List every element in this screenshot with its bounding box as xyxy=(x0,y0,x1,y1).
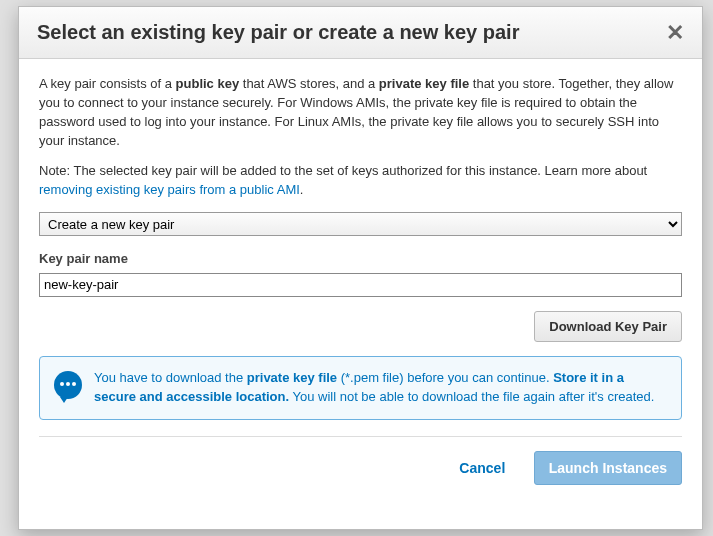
description-text: A key pair consists of a public key that… xyxy=(39,75,682,150)
key-pair-modal: Select an existing key pair or create a … xyxy=(18,6,703,530)
download-keypair-button[interactable]: Download Key Pair xyxy=(534,311,682,342)
desc-bold: private key file xyxy=(379,76,469,91)
info-box: You have to download the private key fil… xyxy=(39,356,682,420)
keypair-name-label: Key pair name xyxy=(39,250,682,269)
keypair-action-select[interactable]: Create a new key pair xyxy=(39,212,682,236)
keypair-action-select-wrap: Create a new key pair xyxy=(39,212,682,236)
desc-part: that AWS stores, and a xyxy=(239,76,379,91)
info-text: You have to download the private key fil… xyxy=(94,369,667,407)
download-row: Download Key Pair xyxy=(39,311,682,342)
info-part: You will not be able to download the fil… xyxy=(289,389,654,404)
info-part: (*.pem file) before you can continue. xyxy=(337,370,553,385)
modal-title: Select an existing key pair or create a … xyxy=(37,21,519,44)
close-icon[interactable]: ✕ xyxy=(666,22,684,44)
cancel-button[interactable]: Cancel xyxy=(445,453,519,483)
modal-header: Select an existing key pair or create a … xyxy=(19,7,702,59)
note-part: Note: The selected key pair will be adde… xyxy=(39,163,647,178)
chat-bubble-icon xyxy=(54,371,82,399)
info-bold: private key file xyxy=(247,370,337,385)
note-text: Note: The selected key pair will be adde… xyxy=(39,162,682,200)
note-suffix: . xyxy=(300,182,304,197)
info-part: You have to download the xyxy=(94,370,247,385)
modal-footer: Cancel Launch Instances xyxy=(19,451,702,501)
launch-instances-button[interactable]: Launch Instances xyxy=(534,451,682,485)
desc-part: A key pair consists of a xyxy=(39,76,176,91)
modal-body: A key pair consists of a public key that… xyxy=(19,59,702,437)
keypair-name-input[interactable] xyxy=(39,273,682,297)
desc-bold: public key xyxy=(176,76,240,91)
divider xyxy=(39,436,682,437)
remove-keys-link[interactable]: removing existing key pairs from a publi… xyxy=(39,182,300,197)
